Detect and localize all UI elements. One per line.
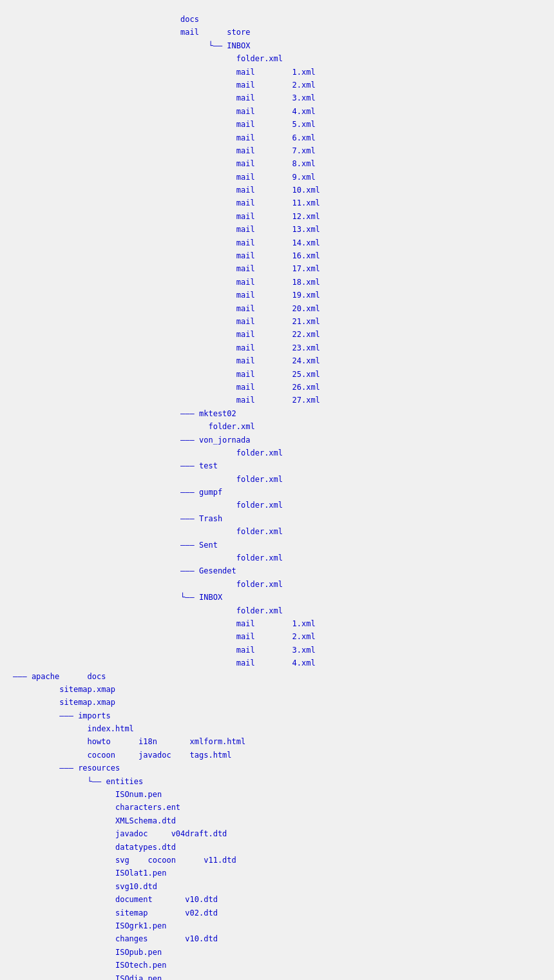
tree-line: folder.xml xyxy=(13,499,541,512)
tree-line: ISOdia.pen xyxy=(13,972,541,980)
tree-line: folder.xml xyxy=(13,52,541,65)
tree-line: ISOgrk1.pen xyxy=(13,919,541,932)
tree-line: mail 22.xml xyxy=(13,328,541,341)
tree-line: mail 5.xml xyxy=(13,118,541,131)
tree-line: sitemap v02.dtd xyxy=(13,907,541,919)
tree-line: svg cocoon v11.dtd xyxy=(13,854,541,867)
tree-line: ——— Trash xyxy=(13,512,541,525)
tree-line: mail 6.xml xyxy=(13,131,541,144)
tree-line: ISOlat1.pen xyxy=(13,867,541,879)
tree-line: folder.xml xyxy=(13,578,541,591)
tree-line: mail 24.xml xyxy=(13,354,541,367)
tree-line: mail store xyxy=(13,26,541,39)
tree-line: document v10.dtd xyxy=(13,893,541,906)
tree-line: mail 2.xml xyxy=(13,630,541,643)
tree-line: docs xyxy=(13,13,541,26)
tree-line: mail 9.xml xyxy=(13,171,541,184)
tree-line: ISOtech.pen xyxy=(13,959,541,972)
tree-line: mail 10.xml xyxy=(13,184,541,197)
tree-line: ——— apache docs xyxy=(13,670,541,683)
tree-line: mail 18.xml xyxy=(13,276,541,289)
tree-line: mail 1.xml xyxy=(13,617,541,630)
tree-line: mail 14.xml xyxy=(13,236,541,249)
file-tree: docs mail store └—— INBOX folder.xml xyxy=(13,13,541,980)
tree-line: ISOnum.pen xyxy=(13,788,541,801)
tree-line: mail 26.xml xyxy=(13,381,541,394)
tree-line: folder.xml xyxy=(13,604,541,617)
tree-line: cocoon javadoc tags.html xyxy=(13,749,541,762)
tree-line: └—— INBOX xyxy=(13,591,541,604)
tree-line: mail 17.xml xyxy=(13,262,541,275)
tree-line: mail 1.xml xyxy=(13,66,541,79)
tree-line: └—— entities xyxy=(13,775,541,788)
tree-line: mail 19.xml xyxy=(13,289,541,302)
tree-line: mail 7.xml xyxy=(13,144,541,157)
tree-line: mail 16.xml xyxy=(13,249,541,262)
tree-line: sitemap.xmap xyxy=(13,683,541,696)
tree-line: javadoc v04draft.dtd xyxy=(13,827,541,840)
tree-line: index.html xyxy=(13,722,541,735)
tree-line: folder.xml xyxy=(13,525,541,538)
tree-line: ——— test xyxy=(13,459,541,472)
tree-line: ——— Sent xyxy=(13,539,541,552)
main-container: docs mail store └—— INBOX folder.xml xyxy=(0,0,554,980)
tree-line: XMLSchema.dtd xyxy=(13,814,541,827)
tree-line: folder.xml xyxy=(13,420,541,433)
tree-line: datatypes.dtd xyxy=(13,841,541,854)
tree-line: mail 25.xml xyxy=(13,368,541,381)
tree-line: ——— von_jornada xyxy=(13,434,541,447)
tree-line: mail 4.xml xyxy=(13,657,541,669)
tree-line: folder.xml xyxy=(13,552,541,564)
tree-line: ——— gumpf xyxy=(13,486,541,499)
tree-line: mail 20.xml xyxy=(13,302,541,315)
tree-line: howto i18n xmlform.html xyxy=(13,735,541,748)
tree-line: mail 23.xml xyxy=(13,341,541,354)
tree-line: ——— resources xyxy=(13,762,541,774)
tree-line: mail 27.xml xyxy=(13,394,541,407)
tree-line: svg10.dtd xyxy=(13,880,541,893)
tree-line: folder.xml xyxy=(13,473,541,486)
tree-line: mail 4.xml xyxy=(13,105,541,118)
tree-line: folder.xml xyxy=(13,447,541,459)
tree-line: ISOpub.pen xyxy=(13,946,541,959)
tree-line: mail 21.xml xyxy=(13,315,541,328)
tree-line: mail 13.xml xyxy=(13,223,541,236)
tree-line: ——— imports xyxy=(13,709,541,722)
tree-line: sitemap.xmap xyxy=(13,696,541,709)
tree-line: mail 3.xml xyxy=(13,644,541,657)
tree-line: ——— Gesendet xyxy=(13,564,541,577)
tree-line: mail 11.xml xyxy=(13,197,541,209)
tree-line: characters.ent xyxy=(13,801,541,814)
tree-line: ——— mktest02 xyxy=(13,407,541,420)
tree-line: └—— INBOX xyxy=(13,39,541,52)
tree-line: mail 8.xml xyxy=(13,157,541,170)
tree-line: mail 3.xml xyxy=(13,91,541,104)
tree-line: mail 12.xml xyxy=(13,210,541,223)
tree-line: mail 2.xml xyxy=(13,79,541,91)
tree-line: changes v10.dtd xyxy=(13,932,541,945)
